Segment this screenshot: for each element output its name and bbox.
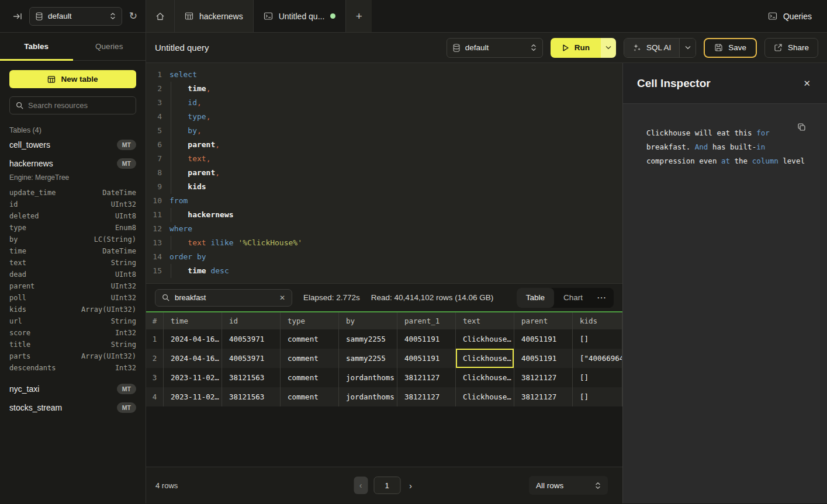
cell-inspector-title: Cell Inspector xyxy=(637,77,711,90)
table-cell[interactable]: comment xyxy=(281,368,339,387)
table-cell[interactable]: 38121127 xyxy=(397,368,456,387)
table-cell[interactable]: 38121563 xyxy=(222,387,281,406)
column-header[interactable]: parent_1 xyxy=(397,312,456,329)
column-header[interactable]: text xyxy=(456,312,514,329)
updown-chevrons-icon xyxy=(531,44,537,51)
table-cell[interactable]: Clickhouse… xyxy=(456,387,514,406)
sql-ai-label: SQL AI xyxy=(646,43,671,52)
table-cell[interactable]: 40051191 xyxy=(514,349,573,368)
sidebar-table-item[interactable]: nyc_taxiMT xyxy=(0,380,146,398)
table-cell[interactable]: 38121563 xyxy=(222,368,281,387)
engine-badge: MT xyxy=(117,158,136,169)
close-icon[interactable]: ✕ xyxy=(803,78,811,89)
column-type: String xyxy=(111,315,136,327)
tab-label: hackernews xyxy=(199,12,243,21)
column-header[interactable]: by xyxy=(339,312,397,329)
table-cell[interactable]: [] xyxy=(573,368,622,387)
page-number-input[interactable] xyxy=(373,477,400,494)
table-cell[interactable]: jordanthoms xyxy=(339,368,397,387)
line-number: 5 xyxy=(146,124,162,138)
tab-hackernews[interactable]: hackernews xyxy=(175,0,254,32)
results-search[interactable]: ✕ xyxy=(155,289,292,307)
clear-search-icon[interactable]: ✕ xyxy=(279,294,285,302)
results-toolbar: ✕ Elapsed: 2.772s Read: 40,414,102 rows … xyxy=(146,283,622,311)
code-content: time, xyxy=(169,82,210,96)
table-cell[interactable]: [] xyxy=(573,329,622,349)
column-header[interactable]: id xyxy=(222,312,281,329)
sidebar-search-input[interactable] xyxy=(28,101,130,110)
column-header[interactable]: parent xyxy=(514,312,573,329)
view-tab-table[interactable]: Table xyxy=(517,288,554,308)
table-cell[interactable]: 40053971 xyxy=(222,349,281,368)
collapse-sidebar-icon[interactable] xyxy=(13,12,22,20)
query-database-selector[interactable]: default xyxy=(447,38,543,58)
sql-ai-options-button[interactable] xyxy=(679,39,695,57)
tab-untitled-query[interactable]: Untitled qu... xyxy=(254,0,347,32)
next-page-button[interactable]: › xyxy=(406,481,415,491)
code-content: from xyxy=(169,194,188,208)
table-cell[interactable]: Clickhouse… xyxy=(456,368,514,387)
table-cell[interactable]: jordanthoms xyxy=(339,387,397,406)
code-line: 8 parent, xyxy=(146,166,622,180)
table-cell[interactable]: comment xyxy=(281,349,339,368)
table-cell[interactable]: [] xyxy=(573,387,622,406)
table-cell[interactable]: 40051191 xyxy=(397,329,456,349)
table-cell[interactable]: comment xyxy=(281,387,339,406)
tab-home[interactable] xyxy=(146,0,175,32)
table-cell[interactable]: comment xyxy=(281,329,339,349)
table-cell[interactable]: Clickhouse… xyxy=(456,329,514,349)
table-cell[interactable]: Clickhouse… xyxy=(456,349,514,368)
run-options-button[interactable] xyxy=(601,38,616,58)
column-type: DateTime xyxy=(102,187,136,199)
table-cell[interactable]: sammy2255 xyxy=(339,349,397,368)
column-header[interactable]: # xyxy=(146,312,164,329)
save-button[interactable]: Save xyxy=(704,38,757,58)
table-cell[interactable]: 38121127 xyxy=(397,387,456,406)
code-line: 2 time, xyxy=(146,82,622,96)
column-type: UInt32 xyxy=(111,280,136,292)
share-button[interactable]: Share xyxy=(764,38,818,58)
table-row: 42023-11-02…38121563commentjordanthoms38… xyxy=(146,387,622,406)
table-cell[interactable]: 2024-04-16… xyxy=(164,349,222,368)
sidebar-search[interactable] xyxy=(9,96,136,114)
database-selector[interactable]: default xyxy=(29,7,122,26)
run-button[interactable]: Run xyxy=(551,38,601,58)
table-cell[interactable]: 40053971 xyxy=(222,329,281,349)
sql-editor[interactable]: 1select2 time,3 id,4 type,5 by,6 parent,… xyxy=(146,63,622,283)
sidebar-tab-tables[interactable]: Tables xyxy=(0,33,73,60)
results-search-input[interactable] xyxy=(175,293,274,302)
copy-icon[interactable] xyxy=(797,123,806,131)
queries-button[interactable]: Queries xyxy=(768,0,827,32)
column-header[interactable]: kids xyxy=(573,312,622,329)
table-cell[interactable]: 38121127 xyxy=(514,368,573,387)
sidebar-tab-queries[interactable]: Queries xyxy=(73,33,146,60)
new-table-button[interactable]: New table xyxy=(9,70,136,88)
columns-list: update_timeDateTimeidUInt32deletedUInt8t… xyxy=(0,186,146,380)
column-name: poll xyxy=(9,292,26,304)
refresh-icon[interactable]: ↻ xyxy=(129,11,137,21)
table-cell[interactable]: 40051191 xyxy=(397,349,456,368)
table-cell[interactable]: 2023-11-02… xyxy=(164,368,222,387)
new-tab-button[interactable]: + xyxy=(346,0,372,32)
table-cell[interactable]: 38121127 xyxy=(514,387,573,406)
table-cell[interactable]: ["40066964… xyxy=(573,349,622,368)
sidebar-table-item[interactable]: stocks_streamMT xyxy=(0,398,146,417)
column-header[interactable]: type xyxy=(281,312,339,329)
table-cell[interactable]: 2023-11-02… xyxy=(164,387,222,406)
table-cell[interactable]: sammy2255 xyxy=(339,329,397,349)
sidebar-table-item[interactable]: cell_towersMT xyxy=(0,135,146,154)
table-cell[interactable]: 2024-04-16… xyxy=(164,329,222,349)
view-tab-chart[interactable]: Chart xyxy=(554,288,592,308)
page-size-selector[interactable]: All rows xyxy=(529,476,608,495)
sidebar-tabs: Tables Queries xyxy=(0,33,146,61)
previous-page-button[interactable]: ‹ xyxy=(354,477,368,494)
engine-label: Engine: MergeTree xyxy=(0,173,146,186)
table-cell[interactable]: 40051191 xyxy=(514,329,573,349)
more-options-icon[interactable]: ⋯ xyxy=(592,292,611,303)
column-type: Int32 xyxy=(115,327,136,339)
column-type: String xyxy=(111,339,136,350)
column-name: deleted xyxy=(9,210,39,222)
sql-ai-button[interactable]: SQL AI xyxy=(624,39,679,57)
column-header[interactable]: time xyxy=(164,312,222,329)
sidebar-table-item[interactable]: hackernewsMT xyxy=(0,154,146,173)
